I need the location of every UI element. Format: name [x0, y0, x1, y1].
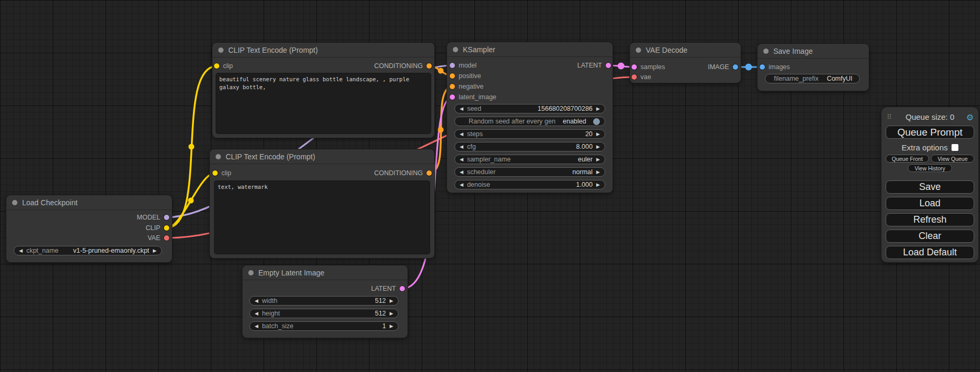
node-title-bar[interactable]: Load Checkpoint	[6, 195, 172, 210]
samples-input-dot[interactable]	[632, 64, 637, 70]
increment-arrow-icon[interactable]: ▶	[390, 311, 393, 316]
vae-input-dot[interactable]	[632, 74, 637, 80]
collapse-dot-icon[interactable]	[12, 200, 17, 205]
filename-prefix-widget[interactable]: filename_prefix ComfyUI	[765, 74, 860, 83]
collapse-dot-icon[interactable]	[216, 154, 221, 159]
node-clip-text-encode-negative[interactable]: CLIP Text Encode (Prompt) clip CONDITION…	[210, 149, 434, 258]
height-widget[interactable]: ◀ height 512 ▶	[249, 309, 399, 318]
scheduler-widget[interactable]: ◀ scheduler normal ▶	[454, 167, 605, 177]
node-load-checkpoint[interactable]: Load Checkpoint MODEL CLIP VAE ◀ ckpt_na…	[6, 195, 172, 262]
decrement-arrow-icon[interactable]: ◀	[19, 249, 23, 253]
decrement-arrow-icon[interactable]: ◀	[460, 145, 463, 149]
input-slot-positive[interactable]: positive	[450, 72, 481, 80]
latent-output-dot[interactable]	[400, 286, 405, 291]
decrement-arrow-icon[interactable]: ◀	[460, 170, 463, 175]
clip-input-dot[interactable]	[212, 170, 218, 176]
increment-arrow-icon[interactable]: ▶	[596, 157, 600, 162]
decrement-arrow-icon[interactable]: ◀	[460, 132, 463, 137]
input-slot-clip[interactable]: clip	[212, 169, 231, 177]
conditioning-output-dot[interactable]	[426, 170, 432, 176]
vae-output-dot[interactable]	[164, 235, 169, 241]
output-slot-conditioning[interactable]: CONDITIONING	[374, 169, 432, 177]
clear-button[interactable]: Clear	[886, 230, 974, 243]
collapse-dot-icon[interactable]	[218, 47, 224, 53]
increment-arrow-icon[interactable]: ▶	[390, 299, 393, 303]
node-ksampler[interactable]: KSampler model positive negative latent_…	[447, 42, 613, 193]
comfyui-canvas[interactable]: { "colors": { "model": "#b8a4dd", "clip"…	[0, 0, 980, 372]
collapse-dot-icon[interactable]	[763, 49, 769, 54]
node-title-bar[interactable]: Save Image	[758, 44, 869, 59]
cfg-widget[interactable]: ◀ cfg 8.000 ▶	[454, 142, 605, 151]
collapse-dot-icon[interactable]	[248, 270, 254, 275]
increment-arrow-icon[interactable]: ▶	[596, 170, 600, 175]
load-default-button[interactable]: Load Default	[886, 246, 974, 259]
ckpt-name-widget[interactable]: ◀ ckpt_name v1-5-pruned-emaonly.ckpt ▶	[14, 246, 162, 255]
queue-front-button[interactable]: Queue Front	[886, 155, 929, 163]
node-title-bar[interactable]: CLIP Text Encode (Prompt)	[212, 43, 434, 58]
latent-image-input-dot[interactable]	[450, 94, 455, 100]
increment-arrow-icon[interactable]: ▶	[153, 249, 157, 253]
output-slot-conditioning[interactable]: CONDITIONING	[374, 62, 432, 70]
sampler-name-widget[interactable]: ◀ sampler_name euler ▶	[454, 155, 605, 164]
negative-input-dot[interactable]	[450, 84, 455, 89]
images-input-dot[interactable]	[760, 64, 765, 70]
node-clip-text-encode-positive[interactable]: CLIP Text Encode (Prompt) clip CONDITION…	[212, 43, 434, 138]
seed-widget[interactable]: ◀ seed 156680208700286 ▶	[454, 104, 605, 113]
collapse-dot-icon[interactable]	[453, 47, 458, 52]
image-output-dot[interactable]	[733, 64, 738, 70]
increment-arrow-icon[interactable]: ▶	[596, 132, 600, 137]
view-queue-button[interactable]: View Queue	[931, 155, 974, 163]
input-slot-samples[interactable]: samples	[632, 63, 665, 71]
extra-options-checkbox[interactable]	[952, 144, 958, 151]
output-slot-clip[interactable]: CLIP	[145, 224, 169, 232]
input-slot-latent-image[interactable]: latent_image	[450, 93, 497, 101]
output-slot-latent[interactable]: LATENT	[371, 284, 405, 293]
node-title-bar[interactable]: Empty Latent Image	[242, 265, 407, 280]
input-slot-model[interactable]: model	[450, 61, 477, 70]
positive-prompt-textarea[interactable]: beautiful scenery nature glass bottle la…	[216, 73, 431, 133]
input-slot-images[interactable]: images	[760, 63, 790, 71]
node-save-image[interactable]: Save Image images filename_prefix ComfyU…	[758, 44, 869, 91]
input-slot-negative[interactable]: negative	[450, 82, 483, 91]
view-history-button[interactable]: View History	[908, 164, 952, 172]
output-slot-model[interactable]: MODEL	[137, 213, 169, 222]
collapse-dot-icon[interactable]	[636, 47, 641, 53]
output-slot-latent[interactable]: LATENT	[577, 61, 611, 70]
input-slot-vae[interactable]: vae	[632, 73, 651, 81]
refresh-button[interactable]: Refresh	[886, 213, 974, 226]
output-slot-vae[interactable]: VAE	[148, 234, 169, 242]
increment-arrow-icon[interactable]: ▶	[596, 107, 600, 111]
clip-output-dot[interactable]	[164, 225, 169, 231]
batch-size-widget[interactable]: ◀ batch_size 1 ▶	[249, 321, 399, 331]
node-vae-decode[interactable]: VAE Decode samples vae IMAGE	[630, 43, 741, 83]
node-title-bar[interactable]: KSampler	[447, 42, 613, 57]
save-button[interactable]: Save	[886, 180, 974, 194]
conditioning-output-dot[interactable]	[426, 63, 432, 69]
increment-arrow-icon[interactable]: ▶	[596, 183, 600, 187]
decrement-arrow-icon[interactable]: ◀	[255, 299, 258, 303]
decrement-arrow-icon[interactable]: ◀	[460, 107, 463, 111]
decrement-arrow-icon[interactable]: ◀	[255, 324, 258, 329]
output-slot-image[interactable]: IMAGE	[708, 63, 738, 71]
toggle-enabled-icon[interactable]	[593, 118, 600, 125]
decrement-arrow-icon[interactable]: ◀	[255, 311, 258, 316]
decrement-arrow-icon[interactable]: ◀	[460, 157, 463, 162]
load-button[interactable]: Load	[886, 197, 974, 210]
latent-output-dot[interactable]	[606, 63, 611, 68]
queue-prompt-button[interactable]: Queue Prompt	[886, 126, 974, 139]
steps-widget[interactable]: ◀ steps 20 ▶	[454, 129, 605, 139]
settings-gear-icon[interactable]: ⚙	[966, 112, 974, 122]
negative-prompt-textarea[interactable]: text, watermark	[215, 181, 430, 254]
increment-arrow-icon[interactable]: ▶	[390, 324, 393, 329]
increment-arrow-icon[interactable]: ▶	[596, 145, 600, 149]
width-widget[interactable]: ◀ width 512 ▶	[249, 296, 399, 306]
queue-panel[interactable]: ⠿ Queue size: 0 ⚙ Queue Prompt Extra opt…	[881, 107, 978, 262]
positive-input-dot[interactable]	[450, 73, 455, 79]
random-seed-toggle-widget[interactable]: Random seed after every gen enabled	[454, 117, 605, 126]
node-title-bar[interactable]: CLIP Text Encode (Prompt)	[210, 149, 434, 164]
input-slot-clip[interactable]: clip	[214, 62, 233, 70]
model-input-dot[interactable]	[450, 63, 455, 68]
clip-input-dot[interactable]	[214, 63, 219, 69]
node-title-bar[interactable]: VAE Decode	[630, 43, 741, 58]
denoise-widget[interactable]: ◀ denoise 1.000 ▶	[454, 180, 605, 189]
